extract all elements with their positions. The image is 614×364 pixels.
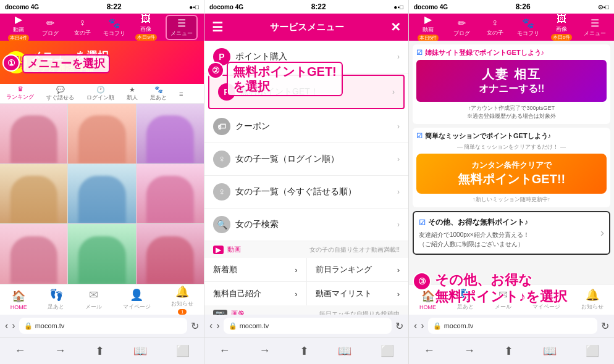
image-icon-1: 🖼: [141, 14, 151, 25]
menu-back-2[interactable]: ☰: [212, 20, 223, 35]
nav-image-3[interactable]: 🖼 画像 本日6件: [549, 14, 574, 41]
login-label: ログイン順: [86, 94, 114, 102]
share-btn-2[interactable]: ⬆: [300, 344, 309, 358]
menu-icon-1: ☰: [177, 17, 186, 29]
grid-cell-6[interactable]: [137, 164, 204, 224]
address-input-2[interactable]: 🔒 mocom.tv: [224, 318, 392, 334]
filter-soon[interactable]: 💬 すぐ話せる: [40, 84, 80, 104]
grid-cell-5[interactable]: [68, 164, 135, 224]
menu-item-girl-now[interactable]: ♀ 女の子一覧（今すぐ話せる順） ›: [204, 176, 408, 209]
grid-cell-4[interactable]: [0, 164, 67, 224]
filter-ranking[interactable]: ♛ ランキング: [0, 84, 40, 104]
nav-image-1[interactable]: 🖼 画像 本日9件: [133, 14, 158, 41]
nav-moco-3[interactable]: 🐾 モコフリ: [516, 17, 540, 38]
video-item-mylist[interactable]: 動画マイリスト ›: [307, 282, 409, 305]
nav-video-1[interactable]: ▶ 動画 本日4件: [6, 14, 31, 41]
video-item-new[interactable]: 新着順 ›: [204, 258, 306, 281]
bottom-footprint-1[interactable]: 👣 足あと: [48, 288, 64, 311]
nav-menu-3[interactable]: ☰ メニュー: [582, 17, 607, 38]
bookmarks-btn-1[interactable]: 📖: [133, 344, 147, 358]
nav-video-3[interactable]: ▶ 動画 本日5件: [416, 14, 440, 41]
filter-more[interactable]: ≡: [173, 88, 189, 100]
filter-new[interactable]: ★ 新人: [120, 84, 144, 104]
back-icon-1[interactable]: ‹: [5, 320, 8, 331]
nav-moco-label-1: モコフリ: [103, 30, 125, 38]
video-item-free[interactable]: 無料自己紹介 ›: [204, 282, 306, 305]
video-new-chevron: ›: [295, 265, 297, 275]
back-icon-3[interactable]: ‹: [414, 320, 417, 331]
reload-icon-1[interactable]: ↻: [191, 320, 199, 332]
nav-menu-1[interactable]: ☰ メニュー: [166, 15, 198, 40]
browser-toolbar-1: ← → ⬆ 📖 ⬜: [0, 337, 204, 364]
back-icon-2[interactable]: ‹: [209, 320, 212, 331]
grid-cell-1[interactable]: [0, 104, 67, 163]
bottom-footprint-3[interactable]: 👣 足あと: [457, 288, 474, 311]
filter-footprint[interactable]: 🐾 足あと: [144, 84, 173, 104]
nav-blog-1[interactable]: ✏ ブログ: [38, 17, 62, 38]
reload-icon-2[interactable]: ↻: [395, 320, 403, 332]
filter-login[interactable]: 🕐 ログイン順: [80, 84, 120, 104]
nav-girl-1[interactable]: ♀ 女の子: [70, 17, 95, 37]
menu-item-free-points[interactable]: P 無料ポイントGET！ ›: [208, 75, 405, 109]
nav-blog-3[interactable]: ✏ ブログ: [449, 17, 474, 38]
bottom-home-3[interactable]: 🏠 HOME: [419, 289, 436, 310]
forward-icon-3[interactable]: ›: [421, 320, 424, 331]
image-icon-3: 🖼: [557, 14, 566, 25]
lock-icon-3: 🔒: [433, 322, 442, 330]
forward-icon-2[interactable]: ›: [216, 320, 219, 331]
forward-btn-1[interactable]: →: [55, 344, 66, 357]
back-btn-2[interactable]: ←: [219, 344, 230, 357]
grid-cell-8[interactable]: [68, 224, 135, 284]
forward-icon-1[interactable]: ›: [12, 320, 15, 331]
image-section-header: 📷 画像 毎日エッチな自撮りを投稿中: [204, 305, 408, 315]
bookmarks-btn-3[interactable]: 📖: [543, 344, 557, 358]
nav-girl-3[interactable]: ♀ 女の子: [482, 17, 507, 37]
bottom-mail-1[interactable]: ✉ メール: [85, 288, 102, 311]
bookmarks-btn-2[interactable]: 📖: [338, 344, 351, 358]
mypage-label-3: マイページ: [532, 303, 560, 311]
forward-btn-3[interactable]: →: [464, 344, 475, 357]
menu-item-coupon[interactable]: 🏷 クーポン ›: [204, 110, 408, 143]
video-item-yesterday[interactable]: 前日ランキング ›: [307, 258, 409, 281]
other-section[interactable]: ☑ その他、お得な無料ポイント♪ 友達紹介で1000px×紹介人数分貰える！（ご…: [413, 211, 610, 255]
bottom-notice-1[interactable]: 🔔 お知らせ 1: [171, 285, 193, 315]
forward-btn-2[interactable]: →: [259, 344, 271, 357]
share-btn-1[interactable]: ⬆: [95, 344, 104, 358]
address-input-3[interactable]: 🔒 mocom.tv: [428, 318, 597, 334]
menu-item-points[interactable]: P ポイント購入 ›: [204, 41, 408, 73]
phone3: docomo 4G 8:26 ⊙▪□ ▶ 動画 本日5件 ✏ ブログ ♀ 女の子…: [409, 0, 614, 364]
girl-search-chevron: ›: [397, 220, 400, 229]
menu-item-girl-search[interactable]: 🔍 女の子検索 ›: [204, 209, 408, 241]
other-title: ☑ その他、お得な無料ポイント♪: [419, 217, 529, 228]
filter-bar-1: ♛ ランキング 💬 すぐ話せる 🕐 ログイン順 ★ 新人 🐾 足あと ≡: [0, 84, 204, 104]
nav-moco-1[interactable]: 🐾 モコフリ: [102, 17, 127, 38]
menu-item-girl-login[interactable]: ♀ 女の子一覧（ログイン順） ›: [204, 143, 408, 176]
tabs-btn-1[interactable]: ⬜: [176, 344, 190, 358]
grid-cell-7[interactable]: [0, 224, 67, 284]
grid-cell-2[interactable]: [68, 104, 135, 163]
bottom-mypage-3[interactable]: 👤 マイページ: [532, 288, 560, 311]
bottom-notice-3[interactable]: 🔔 お知らせ: [581, 288, 603, 311]
moco-icon-3: 🐾: [522, 17, 534, 29]
bottom-mail-3[interactable]: ✉ メール: [495, 288, 511, 311]
back-btn-1[interactable]: ←: [15, 344, 26, 357]
mission-sub2: ↑新しいミッション随時更新中↑: [416, 196, 607, 204]
reload-icon-3[interactable]: ↻: [601, 320, 609, 332]
bottom-mypage-1[interactable]: 👤 マイページ: [123, 288, 151, 311]
other-text: 友達紹介で1000px×紹介人数分貰える！（ご紹介人数に制限はございません）: [419, 230, 529, 249]
new-label: 新人: [127, 94, 138, 102]
tabs-btn-3[interactable]: ⬜: [586, 344, 599, 358]
grid-cell-3[interactable]: [137, 104, 204, 163]
close-icon-2[interactable]: ✕: [390, 20, 401, 35]
nav-image-badge-3: 本日6件: [551, 34, 572, 41]
share-btn-3[interactable]: ⬆: [504, 344, 513, 358]
mypage-icon-3: 👤: [540, 288, 553, 302]
bottom-home-1[interactable]: 🏠 HOME: [11, 289, 27, 310]
grid-cell-9[interactable]: [137, 224, 204, 284]
back-btn-3[interactable]: ←: [424, 344, 435, 357]
girl-login-icon: ♀: [213, 151, 230, 168]
home-label-1: HOME: [11, 304, 27, 310]
tabs-btn-2[interactable]: ⬜: [381, 344, 394, 358]
address-input-1[interactable]: 🔒 mocom.tv: [19, 318, 187, 334]
address-text-3: mocom.tv: [444, 322, 474, 329]
